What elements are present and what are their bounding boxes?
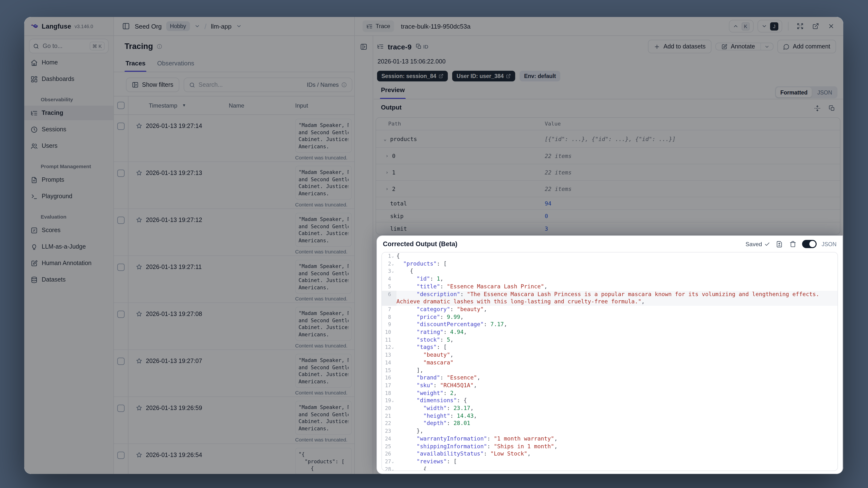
format-formatted[interactable]: Formatted	[776, 87, 812, 97]
code-line-23[interactable]: 23 },	[382, 427, 837, 435]
code-line-4[interactable]: 4 "id": 1,	[382, 275, 837, 283]
table-row[interactable]: 2026-01-13 19:27:11"Madam Speaker, M and…	[114, 256, 354, 303]
tab-traces[interactable]: Traces	[126, 60, 145, 72]
project-switcher-chevron-icon[interactable]	[236, 23, 242, 29]
tab-preview[interactable]: Preview	[381, 86, 405, 99]
annotate-dropdown-button[interactable]	[761, 43, 773, 50]
row-checkbox[interactable]	[117, 264, 125, 271]
star-icon[interactable]	[136, 264, 143, 270]
sidebar-item-playground[interactable]: Playground	[24, 189, 114, 204]
open-in-new-tab-button[interactable]	[810, 20, 822, 32]
tab-observations[interactable]: Observations	[157, 60, 194, 72]
column-name[interactable]: Name	[227, 102, 295, 109]
sidebar-item-human-annotation[interactable]: Human Annotation	[24, 256, 114, 270]
row-checkbox[interactable]	[117, 123, 125, 130]
code-line-22[interactable]: 22 "depth": 28.01	[382, 420, 837, 427]
project-name[interactable]: llm-app	[211, 23, 231, 30]
table-row[interactable]: 2026-01-13 19:26:59"Madam Speaker, M and…	[114, 397, 354, 444]
code-line-13[interactable]: 13 "beauty",	[382, 352, 837, 359]
code-line-5[interactable]: 5 "title": "Essence Mascara Lash Prince"…	[382, 283, 837, 291]
sidebar-item-dashboards[interactable]: Dashboards	[24, 72, 114, 86]
code-line-28[interactable]: 28⌄ {	[382, 465, 837, 471]
chevron-down-icon[interactable]: ⌄	[382, 136, 388, 142]
output-row[interactable]: ›222 items	[376, 181, 840, 197]
code-line-16[interactable]: 16 "brand": "Essence",	[382, 374, 837, 382]
json-code-editor[interactable]: 1⌄{2⌄ "products": [3⌄ {4 "id": 1,5 "titl…	[381, 252, 838, 471]
copy-id-button[interactable]: ID	[416, 43, 428, 50]
code-line-24[interactable]: 24 "warrantyInformation": "1 month warra…	[382, 435, 837, 443]
expand-button[interactable]	[794, 20, 806, 32]
table-row[interactable]: 2026-01-13 19:27:08"Madam Speaker, M and…	[114, 303, 354, 350]
output-row[interactable]: ›122 items	[376, 164, 840, 181]
row-checkbox[interactable]	[117, 452, 125, 459]
star-icon[interactable]	[136, 170, 143, 176]
format-json[interactable]: JSON	[813, 87, 837, 97]
chevron-right-icon[interactable]: ›	[384, 170, 390, 175]
star-icon[interactable]	[136, 452, 143, 458]
code-line-11[interactable]: 11 "stock": 5,	[382, 336, 837, 343]
show-filters-button[interactable]: Show filters	[126, 78, 179, 92]
sidebar-item-sessions[interactable]: Sessions	[24, 122, 114, 136]
org-name[interactable]: Seed Org	[135, 23, 162, 30]
table-row[interactable]: 2026-01-13 19:27:14"Madam Speaker, M and…	[114, 115, 354, 162]
code-line-18[interactable]: 18 "weight": 2,	[382, 389, 837, 397]
unfold-rows-button[interactable]	[813, 104, 822, 113]
code-line-8[interactable]: 8 "price": 9.99,	[382, 313, 837, 321]
chevron-right-icon[interactable]: ›	[384, 186, 390, 191]
code-line-21[interactable]: 21 "height": 14.43,	[382, 413, 837, 420]
star-icon[interactable]	[136, 217, 143, 223]
row-checkbox[interactable]	[117, 358, 125, 365]
sidebar-item-scores[interactable]: Scores	[24, 223, 114, 238]
trace-badge[interactable]: Session: session_84	[377, 71, 448, 82]
add-to-datasets-button[interactable]: Add to datasets	[648, 40, 711, 53]
code-line-26[interactable]: 26 "availabilityStatus": "Low Stock",	[382, 451, 837, 458]
code-line-9[interactable]: 9 "discountPercentage": 7.17,	[382, 321, 837, 329]
code-line-2[interactable]: 2⌄ "products": [	[382, 260, 837, 268]
delete-correction-button[interactable]	[789, 240, 798, 248]
json-toggle[interactable]	[802, 240, 817, 248]
sidebar-item-prompts[interactable]: Prompts	[24, 173, 114, 187]
code-line-10[interactable]: 10 "rating": 4.94,	[382, 329, 837, 336]
code-line-14[interactable]: 14 "mascara"	[382, 359, 837, 367]
close-button[interactable]	[825, 20, 837, 32]
code-line-25[interactable]: 25 "shippingInformation": "Ships in 1 mo…	[382, 443, 837, 450]
fold-chevron-icon[interactable]: ⌄	[392, 252, 396, 260]
table-row[interactable]: 2026-01-13 19:27:12"Madam Speaker, M and…	[114, 209, 354, 256]
code-line-1[interactable]: 1⌄{	[382, 252, 837, 260]
nav-down-button[interactable]: J	[757, 20, 782, 32]
trace-badge[interactable]: User ID: user_384	[452, 71, 515, 82]
info-icon[interactable]	[156, 43, 162, 49]
nav-up-button[interactable]: K	[729, 20, 754, 32]
row-checkbox[interactable]	[117, 217, 125, 224]
org-switcher-chevron-icon[interactable]	[194, 23, 200, 29]
code-line-6[interactable]: 6 "description": "The Essence Mascara La…	[382, 291, 837, 306]
star-icon[interactable]	[136, 358, 143, 364]
fold-chevron-icon[interactable]: ⌄	[392, 260, 396, 268]
star-icon[interactable]	[136, 311, 143, 317]
fold-chevron-icon[interactable]: ⌄	[392, 465, 396, 471]
select-all-checkbox[interactable]	[117, 102, 125, 109]
row-checkbox[interactable]	[117, 405, 125, 412]
copy-output-button[interactable]	[827, 104, 836, 113]
search-mode[interactable]: IDs / Names	[307, 82, 347, 88]
expand-tree-button[interactable]	[358, 41, 370, 52]
column-input[interactable]: Input	[295, 102, 354, 109]
sidebar-item-llm-judge[interactable]: LLM-as-a-Judge	[24, 239, 114, 254]
star-icon[interactable]	[136, 123, 143, 129]
add-comment-button[interactable]: Add comment	[777, 40, 836, 53]
code-line-27[interactable]: 27⌄ "reviews": [	[382, 458, 837, 465]
star-icon[interactable]	[136, 405, 143, 411]
goto-search[interactable]: Go to... ⌘ K	[29, 39, 108, 53]
table-row[interactable]: 2026-01-13 19:26:54"{ "products": [ {	[114, 444, 354, 474]
sidebar-item-datasets[interactable]: Datasets	[24, 272, 114, 287]
code-line-17[interactable]: 17 "sku": "RCH45Q1A",	[382, 382, 837, 389]
annotate-button[interactable]: Annotate	[716, 43, 761, 50]
code-line-20[interactable]: 20 "width": 23.17,	[382, 405, 837, 412]
sidebar-item-tracing[interactable]: Tracing	[24, 105, 114, 120]
table-row[interactable]: 2026-01-13 19:27:13"Madam Speaker, M and…	[114, 162, 354, 209]
output-row[interactable]: skip0	[376, 210, 840, 222]
code-line-12[interactable]: 12⌄ "tags": [	[382, 344, 837, 352]
output-row[interactable]: ⌄products[{"id": ...}, {"id": ...}, {"id…	[376, 130, 840, 148]
code-line-7[interactable]: 7 "category": "beauty",	[382, 306, 837, 313]
output-row[interactable]: ›022 items	[376, 148, 840, 164]
